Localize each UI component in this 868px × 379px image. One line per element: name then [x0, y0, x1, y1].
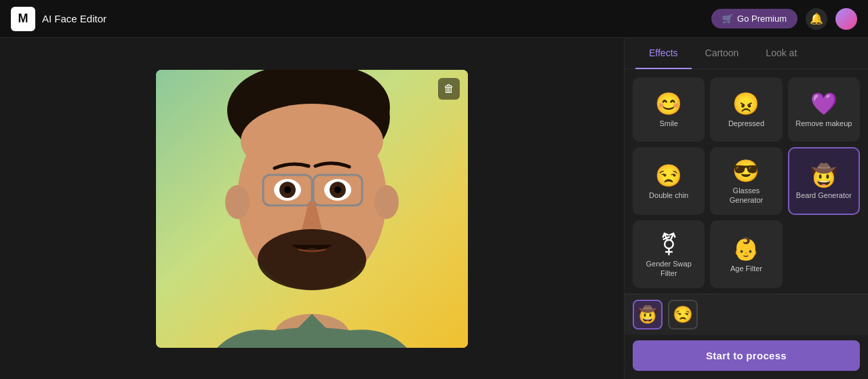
header-right: 🛒 Go Premium 🔔	[711, 8, 857, 30]
svg-point-19	[374, 185, 399, 219]
svg-point-18	[225, 185, 250, 219]
tab-effects[interactable]: Effects	[635, 38, 692, 69]
selected-thumb-secondary[interactable]: 😒	[668, 300, 698, 330]
beard-label: Beard Generator	[796, 191, 852, 200]
tab-cartoon[interactable]: Cartoon	[692, 38, 753, 69]
smile-emoji: 😊	[655, 93, 682, 115]
start-process-button[interactable]: Start to process	[633, 340, 860, 371]
cart-icon: 🛒	[722, 14, 733, 24]
effect-remove-makeup[interactable]: 💜 Remove makeup	[788, 77, 860, 142]
image-container: 🗑	[156, 70, 468, 348]
face-svg	[156, 70, 468, 348]
selected-effects-bar: 🤠 😒	[625, 294, 868, 335]
gender-swap-label: Gender Swap Filter	[639, 259, 698, 279]
bell-icon: 🔔	[810, 12, 823, 25]
image-panel: 🗑	[0, 38, 624, 379]
tab-effects-label: Effects	[649, 47, 678, 58]
premium-label: Go Premium	[737, 14, 787, 24]
logo-text: M	[18, 12, 28, 26]
beard-emoji: 🤠	[810, 165, 837, 186]
app-header: M AI Face Editor 🛒 Go Premium 🔔	[0, 0, 868, 38]
svg-point-17	[258, 229, 366, 290]
go-premium-button[interactable]: 🛒 Go Premium	[711, 9, 797, 28]
tab-look-at[interactable]: Look at	[752, 38, 810, 69]
selected-secondary-emoji: 😒	[673, 305, 693, 324]
effect-glasses-generator[interactable]: 😎 Glasses Generator	[710, 147, 782, 215]
selected-primary-emoji: 🤠	[637, 305, 658, 324]
glasses-label: Glasses Generator	[717, 186, 775, 205]
process-button-label: Start to process	[706, 350, 787, 361]
depressed-label: Depressed	[728, 119, 764, 128]
age-filter-label: Age Filter	[730, 264, 762, 273]
tab-cartoon-label: Cartoon	[705, 47, 739, 58]
effect-double-chin[interactable]: 😒 Double chin	[633, 147, 705, 215]
effect-gender-swap[interactable]: ⚧ Gender Swap Filter	[633, 220, 705, 288]
double-chin-label: Double chin	[649, 191, 688, 200]
svg-point-13	[284, 186, 291, 193]
smile-label: Smile	[659, 119, 678, 128]
effect-beard-generator[interactable]: 🤠 Beard Generator	[788, 147, 860, 215]
remove-makeup-label: Remove makeup	[795, 119, 852, 128]
gender-swap-emoji: ⚧	[660, 233, 678, 255]
selected-thumb-primary[interactable]: 🤠	[633, 300, 663, 330]
effects-panel: Effects Cartoon Look at 😊 Smile 😠 Depres…	[624, 38, 868, 379]
app-logo: M	[11, 7, 35, 31]
delete-image-button[interactable]: 🗑	[438, 78, 460, 100]
svg-point-16	[334, 186, 341, 193]
trash-icon: 🗑	[443, 83, 454, 95]
tab-bar: Effects Cartoon Look at	[625, 38, 868, 69]
app-title: AI Face Editor	[42, 13, 106, 24]
tab-look-at-label: Look at	[766, 47, 797, 58]
effect-depressed[interactable]: 😠 Depressed	[710, 77, 782, 142]
effect-age-filter[interactable]: 👶 Age Filter	[710, 220, 782, 288]
double-chin-emoji: 😒	[655, 165, 682, 186]
face-image	[156, 70, 468, 348]
effect-smile[interactable]: 😊 Smile	[633, 77, 705, 142]
remove-makeup-emoji: 💜	[810, 93, 837, 115]
age-filter-emoji: 👶	[732, 238, 760, 260]
notification-button[interactable]: 🔔	[806, 8, 827, 30]
effects-grid: 😊 Smile 😠 Depressed 💜 Remove makeup 😒 Do…	[625, 69, 868, 294]
glasses-emoji: 😎	[732, 160, 760, 182]
main-content: 🗑 Effects Cartoon Look at 😊 Smile 😠	[0, 38, 868, 379]
svg-point-7	[241, 104, 383, 178]
depressed-emoji: 😠	[732, 93, 760, 115]
user-avatar[interactable]	[835, 8, 857, 30]
